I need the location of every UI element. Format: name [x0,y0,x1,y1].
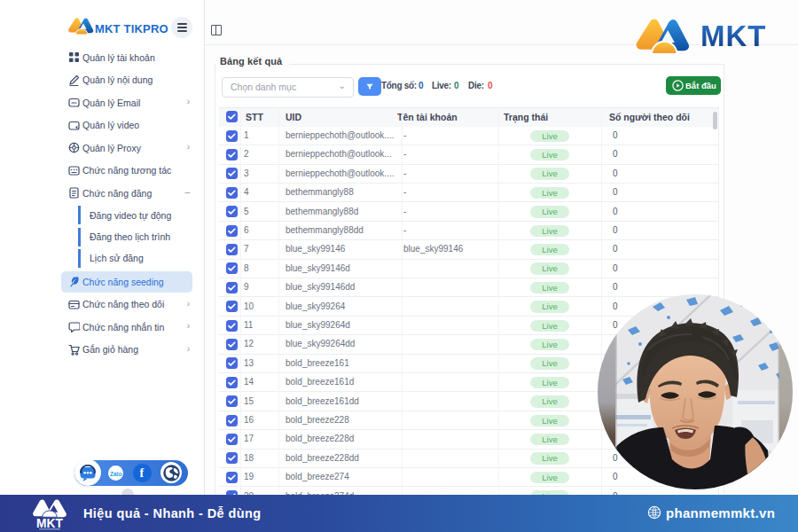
svg-text:MKT: MKT [36,517,63,530]
